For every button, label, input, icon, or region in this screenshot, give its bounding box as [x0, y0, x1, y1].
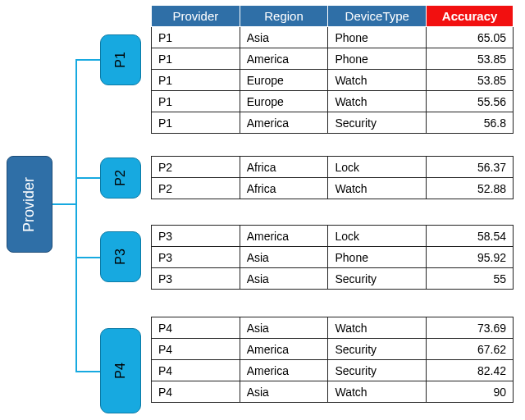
- cell-accuracy: 90: [427, 381, 514, 403]
- data-table-g2: P2AfricaLock56.37P2AfricaWatch52.88: [151, 156, 514, 199]
- table-row: P4AmericaSecurity82.42: [152, 360, 514, 381]
- cell-device: Security: [328, 268, 427, 290]
- connector-line: [75, 59, 100, 61]
- cell-provider: P2: [152, 178, 240, 199]
- table-row: P4AmericaSecurity67.62: [152, 339, 514, 360]
- table-row: P4AsiaWatch90: [152, 381, 514, 403]
- cell-region: Asia: [240, 381, 328, 403]
- table-row: P1AsiaPhone65.05: [152, 27, 514, 48]
- table-row: P1EuropeWatch53.85: [152, 70, 514, 91]
- cell-provider: P4: [152, 381, 240, 403]
- data-table-g4: P4AsiaWatch73.69P4AmericaSecurity67.62P4…: [151, 317, 514, 403]
- cell-device: Watch: [328, 381, 427, 403]
- cell-accuracy: 67.62: [427, 339, 514, 360]
- provider-label: P1: [113, 52, 128, 68]
- diagram-stage: Provider P1 P2 P3 P4 Provider Region Dev…: [0, 0, 525, 420]
- cell-device: Security: [328, 112, 427, 134]
- table-row: P2AfricaWatch52.88: [152, 178, 514, 199]
- root-label: Provider: [21, 176, 39, 231]
- cell-device: Phone: [328, 48, 427, 70]
- provider-node-p1: P1: [100, 34, 141, 85]
- table-body: P2AfricaLock56.37P2AfricaWatch52.88: [152, 157, 514, 199]
- cell-accuracy: 82.42: [427, 360, 514, 381]
- cell-provider: P1: [152, 91, 240, 112]
- cell-accuracy: 55.56: [427, 91, 514, 112]
- cell-accuracy: 53.85: [427, 48, 514, 70]
- cell-provider: P1: [152, 27, 240, 48]
- connector-line: [75, 371, 100, 372]
- cell-provider: P3: [152, 226, 240, 247]
- table-row: P3AsiaSecurity55: [152, 268, 514, 290]
- cell-provider: P4: [152, 339, 240, 360]
- cell-device: Watch: [328, 317, 427, 339]
- cell-region: America: [240, 226, 328, 247]
- table-row: P1AmericaPhone53.85: [152, 48, 514, 70]
- cell-device: Lock: [328, 226, 427, 247]
- table-row: P2AfricaLock56.37: [152, 157, 514, 178]
- table-row: P3AsiaPhone95.92: [152, 247, 514, 268]
- cell-provider: P1: [152, 112, 240, 134]
- cell-device: Watch: [328, 70, 427, 91]
- col-header-region: Region: [240, 6, 328, 27]
- cell-device: Watch: [328, 178, 427, 199]
- col-header-provider: Provider: [152, 6, 240, 27]
- cell-region: Asia: [240, 27, 328, 48]
- root-provider-node: Provider: [7, 156, 52, 253]
- cell-provider: P3: [152, 268, 240, 290]
- cell-accuracy: 56.37: [427, 157, 514, 178]
- col-header-device: DeviceType: [328, 6, 427, 27]
- cell-accuracy: 73.69: [427, 317, 514, 339]
- cell-device: Watch: [328, 91, 427, 112]
- cell-accuracy: 95.92: [427, 247, 514, 268]
- cell-region: America: [240, 360, 328, 381]
- data-table-g3: P3AmericaLock58.54P3AsiaPhone95.92P3Asia…: [151, 225, 514, 290]
- cell-device: Security: [328, 360, 427, 381]
- provider-node-p4: P4: [100, 328, 141, 413]
- table-body: P4AsiaWatch73.69P4AmericaSecurity67.62P4…: [152, 317, 514, 403]
- cell-provider: P4: [152, 360, 240, 381]
- cell-region: Europe: [240, 91, 328, 112]
- cell-device: Security: [328, 339, 427, 360]
- provider-label: P2: [113, 170, 128, 186]
- table-body: P1AsiaPhone65.05P1AmericaPhone53.85P1Eur…: [152, 27, 514, 134]
- cell-accuracy: 53.85: [427, 70, 514, 91]
- table-row: P1EuropeWatch55.56: [152, 91, 514, 112]
- cell-accuracy: 58.54: [427, 226, 514, 247]
- cell-provider: P3: [152, 247, 240, 268]
- cell-provider: P2: [152, 157, 240, 178]
- cell-device: Phone: [328, 247, 427, 268]
- provider-label: P3: [113, 249, 128, 265]
- provider-node-p3: P3: [100, 231, 141, 282]
- cell-region: Asia: [240, 268, 328, 290]
- table-row: P3AmericaLock58.54: [152, 226, 514, 247]
- connector-line: [75, 59, 77, 371]
- table-body: P3AmericaLock58.54P3AsiaPhone95.92P3Asia…: [152, 226, 514, 290]
- cell-accuracy: 56.8: [427, 112, 514, 134]
- cell-region: Africa: [240, 157, 328, 178]
- connector-line: [75, 177, 100, 179]
- cell-accuracy: 52.88: [427, 178, 514, 199]
- cell-region: America: [240, 339, 328, 360]
- cell-region: Asia: [240, 247, 328, 268]
- cell-accuracy: 65.05: [427, 27, 514, 48]
- cell-device: Phone: [328, 27, 427, 48]
- cell-device: Lock: [328, 157, 427, 178]
- provider-label: P4: [113, 363, 128, 379]
- data-table-g1: Provider Region DeviceType Accuracy P1As…: [151, 5, 514, 134]
- cell-region: Asia: [240, 317, 328, 339]
- cell-region: America: [240, 112, 328, 134]
- cell-provider: P1: [152, 70, 240, 91]
- cell-accuracy: 55: [427, 268, 514, 290]
- cell-region: Africa: [240, 178, 328, 199]
- table-header-row: Provider Region DeviceType Accuracy: [152, 6, 514, 27]
- cell-region: America: [240, 48, 328, 70]
- cell-provider: P4: [152, 317, 240, 339]
- connector-line: [52, 203, 75, 205]
- cell-provider: P1: [152, 48, 240, 70]
- table-row: P1AmericaSecurity56.8: [152, 112, 514, 134]
- col-header-accuracy: Accuracy: [427, 6, 514, 27]
- connector-line: [75, 257, 100, 258]
- provider-node-p2: P2: [100, 158, 141, 199]
- table-row: P4AsiaWatch73.69: [152, 317, 514, 339]
- cell-region: Europe: [240, 70, 328, 91]
